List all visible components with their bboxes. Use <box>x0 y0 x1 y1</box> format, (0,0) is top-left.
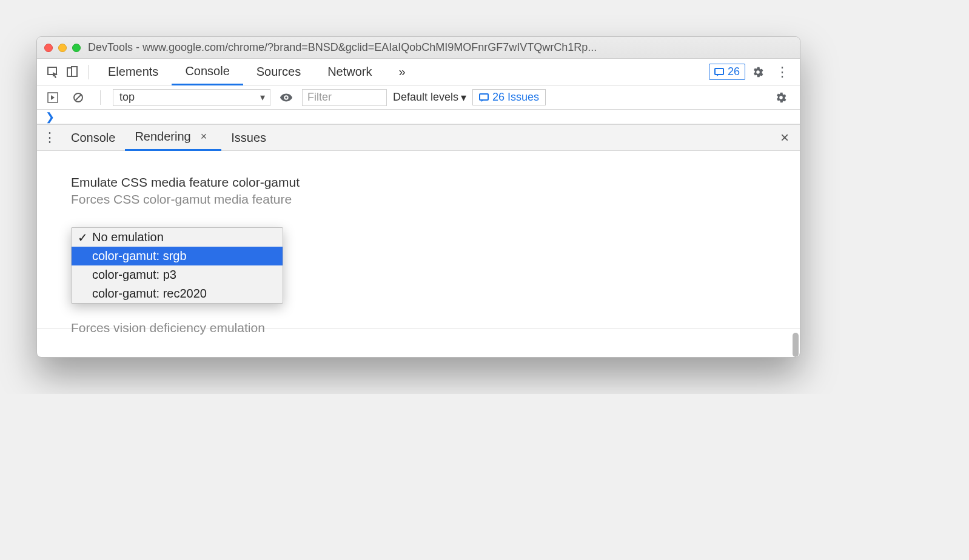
tab-sources[interactable]: Sources <box>243 59 314 85</box>
chat-icon <box>714 67 724 77</box>
vision-deficiency-desc: Forces vision deficiency emulation <box>71 321 265 335</box>
tab-console[interactable]: Console <box>172 59 243 85</box>
drawer-tab-rendering[interactable]: Rendering × <box>125 124 221 151</box>
dropdown-option-p3[interactable]: color-gamut: p3 <box>72 265 283 284</box>
main-tabs: Elements Console Sources Network » 26 ⋮ <box>37 59 800 85</box>
chat-icon <box>479 93 489 102</box>
titlebar: DevTools - www.google.com/chrome/?brand=… <box>37 37 800 59</box>
drawer-more-icon[interactable]: ⋮ <box>43 130 61 145</box>
dropdown-option-rec2020[interactable]: color-gamut: rec2020 <box>72 284 283 303</box>
log-levels-selector[interactable]: Default levels▾ <box>393 91 466 104</box>
console-prompt[interactable]: ❯ <box>37 110 800 124</box>
svg-rect-2 <box>72 67 77 76</box>
toggle-sidebar-icon[interactable] <box>43 88 62 107</box>
clear-console-icon[interactable] <box>69 88 88 107</box>
drawer-tabs: ⋮ Console Rendering × Issues × <box>37 124 800 151</box>
svg-rect-8 <box>480 94 488 100</box>
tabs-overflow[interactable]: » <box>386 59 419 85</box>
drawer-tab-issues[interactable]: Issues <box>221 124 276 151</box>
dropdown-option-srgb[interactable]: color-gamut: srgb <box>72 247 283 265</box>
issues-badge[interactable]: 26 <box>709 64 745 80</box>
close-tab-icon[interactable]: × <box>196 130 212 143</box>
section-title: Emulate CSS media feature color-gamut <box>71 175 766 190</box>
svg-marker-5 <box>51 95 55 100</box>
separator <box>88 65 89 79</box>
minimize-window-button[interactable] <box>58 44 67 52</box>
console-settings-icon[interactable] <box>768 91 794 104</box>
rendering-panel: Emulate CSS media feature color-gamut Fo… <box>37 151 800 357</box>
svg-line-7 <box>75 95 81 101</box>
context-value: top <box>119 91 135 104</box>
close-window-button[interactable] <box>44 44 53 52</box>
tab-network[interactable]: Network <box>314 59 385 85</box>
context-selector[interactable]: top <box>113 89 270 106</box>
filter-placeholder: Filter <box>307 91 332 104</box>
dropdown-option-no-emulation[interactable]: No emulation <box>72 228 283 247</box>
close-drawer-icon[interactable]: × <box>776 129 794 146</box>
svg-rect-3 <box>715 68 723 75</box>
color-gamut-dropdown[interactable]: No emulation color-gamut: srgb color-gam… <box>71 227 283 304</box>
section-description: Forces CSS color-gamut media feature <box>71 192 766 207</box>
settings-gear-icon[interactable] <box>745 65 771 79</box>
more-menu-icon[interactable]: ⋮ <box>771 64 794 80</box>
tab-elements[interactable]: Elements <box>95 59 172 85</box>
window-title: DevTools - www.google.com/chrome/?brand=… <box>88 41 597 54</box>
drawer-tab-console[interactable]: Console <box>61 124 125 151</box>
zoom-window-button[interactable] <box>72 44 81 52</box>
scrollbar-thumb[interactable] <box>793 333 799 357</box>
window-controls <box>44 44 81 52</box>
inspect-element-icon[interactable] <box>43 62 62 82</box>
separator <box>100 90 101 105</box>
device-toolbar-icon[interactable] <box>62 62 82 82</box>
eye-icon[interactable] <box>277 88 296 107</box>
issues-count: 26 <box>728 65 740 78</box>
filter-input[interactable]: Filter <box>302 89 387 106</box>
devtools-window: DevTools - www.google.com/chrome/?brand=… <box>36 36 800 358</box>
issues-button[interactable]: 26 Issues <box>472 89 546 105</box>
console-toolbar: top Filter Default levels▾ 26 Issues <box>37 85 800 110</box>
